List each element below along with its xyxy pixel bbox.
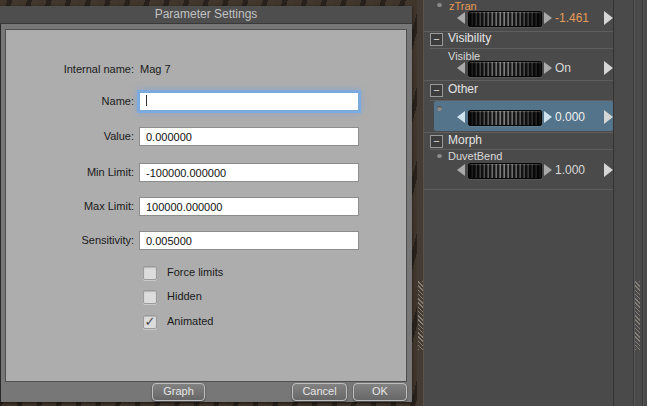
- text-caret: [146, 95, 147, 106]
- sensitivity-input[interactable]: [139, 231, 359, 250]
- selected-dial-left-arrow-icon[interactable]: [457, 111, 465, 123]
- left-scrollbar-thumb[interactable]: [418, 281, 423, 350]
- animated-checkbox[interactable]: ✓: [143, 315, 157, 329]
- duvetbend-keyframe-dot[interactable]: [437, 153, 442, 158]
- value-label: Value:: [20, 130, 134, 143]
- ztran-dial-right-arrow-icon[interactable]: [544, 12, 552, 24]
- visibility-collapse-icon[interactable]: −: [430, 33, 443, 46]
- palette-content: zTran -1.461 − Visibility Visible On − O…: [424, 0, 613, 406]
- separator: [424, 189, 613, 190]
- ztran-value[interactable]: -1.461: [555, 11, 589, 25]
- left-scrollbar-track[interactable]: [417, 0, 424, 406]
- graph-button[interactable]: Graph: [152, 383, 205, 401]
- name-label: Name:: [20, 95, 134, 108]
- hidden-label: Hidden: [167, 290, 202, 303]
- min-limit-input[interactable]: [139, 163, 359, 182]
- visible-expand-icon[interactable]: [604, 61, 613, 75]
- value-input[interactable]: [139, 127, 359, 146]
- max-limit-label: Max Limit:: [20, 200, 134, 213]
- sensitivity-label: Sensitivity:: [20, 234, 134, 247]
- ztran-dial[interactable]: [468, 11, 542, 27]
- force-limits-label: Force limits: [167, 266, 223, 279]
- panel-right-border: [643, 0, 644, 406]
- parameter-settings-dialog: Parameter Settings Internal name: Mag 7 …: [0, 6, 412, 402]
- max-limit-input[interactable]: [139, 197, 359, 216]
- morph-collapse-icon[interactable]: −: [430, 135, 443, 148]
- ztran-dial-left-arrow-icon[interactable]: [457, 12, 465, 24]
- selected-dial[interactable]: [468, 110, 542, 126]
- cancel-button[interactable]: Cancel: [292, 383, 347, 401]
- selected-value[interactable]: 0.000: [555, 110, 585, 124]
- other-collapse-icon[interactable]: −: [430, 84, 443, 97]
- visible-dial-right-arrow-icon[interactable]: [544, 62, 552, 74]
- visible-value[interactable]: On: [555, 61, 571, 75]
- parameters-palette: zTran -1.461 − Visibility Visible On − O…: [417, 0, 647, 406]
- internal-name-label: Internal name:: [20, 63, 134, 76]
- right-scrollbar-thumb[interactable]: [635, 281, 640, 350]
- panel-edge-line: [613, 0, 614, 406]
- ztran-expand-icon[interactable]: [604, 11, 613, 25]
- ok-button[interactable]: OK: [353, 383, 407, 401]
- force-limits-checkbox[interactable]: [143, 266, 157, 280]
- duvetbend-label[interactable]: DuvetBend: [448, 150, 502, 162]
- ztran-keyframe-dot[interactable]: [437, 2, 442, 7]
- selected-expand-icon[interactable]: [604, 110, 613, 124]
- dialog-title[interactable]: Parameter Settings: [0, 6, 412, 24]
- name-input[interactable]: [139, 92, 359, 111]
- duvetbend-expand-icon[interactable]: [604, 163, 613, 177]
- duvetbend-dial[interactable]: [468, 163, 542, 179]
- min-limit-label: Min Limit:: [20, 166, 134, 179]
- morph-group-label[interactable]: Morph: [448, 134, 482, 147]
- selected-dial-right-arrow-icon[interactable]: [544, 111, 552, 123]
- other-group-label[interactable]: Other: [448, 83, 478, 96]
- visibility-group-label[interactable]: Visibility: [448, 32, 491, 45]
- duvetbend-dial-right-arrow-icon[interactable]: [544, 164, 552, 176]
- separator: [424, 80, 613, 81]
- animated-label: Animated: [167, 315, 213, 328]
- separator: [430, 48, 613, 49]
- visible-dial[interactable]: [468, 61, 542, 77]
- visible-dial-left-arrow-icon[interactable]: [457, 62, 465, 74]
- duvetbend-value[interactable]: 1.000: [555, 163, 585, 177]
- selected-parameter-row[interactable]: 0.000: [434, 101, 613, 131]
- selected-keyframe-dot[interactable]: [437, 106, 442, 111]
- internal-name-value: Mag 7: [140, 63, 171, 76]
- duvetbend-dial-left-arrow-icon[interactable]: [457, 164, 465, 176]
- hidden-checkbox[interactable]: [143, 290, 157, 304]
